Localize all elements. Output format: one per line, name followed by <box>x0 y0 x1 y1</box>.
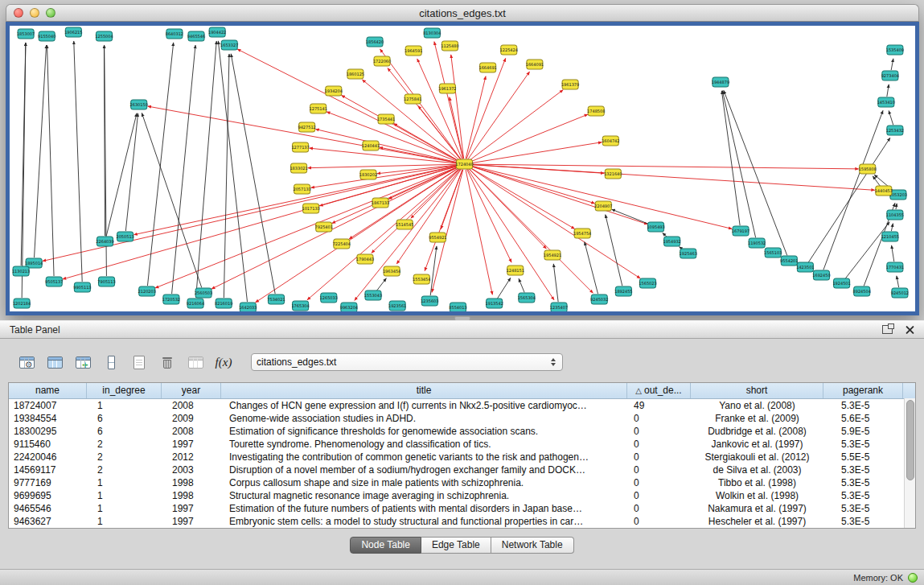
cell-name[interactable]: 9699695 <box>9 489 87 502</box>
network-node[interactable]: 2264039 <box>96 237 113 246</box>
network-edge[interactable] <box>891 224 893 232</box>
show-columns-button[interactable] <box>43 351 67 373</box>
network-edge[interactable] <box>172 45 195 294</box>
minimize-window-button[interactable] <box>30 8 39 18</box>
cell-short[interactable]: Tibbo et al. (1998) <box>691 476 823 489</box>
cell-out[interactable]: 0 <box>627 412 691 425</box>
scrollbar-thumb[interactable] <box>906 400 914 480</box>
network-node[interactable]: 1892455 <box>614 286 632 296</box>
network-edge[interactable] <box>470 166 732 229</box>
network-edge[interactable] <box>434 42 463 159</box>
tab-edge-table[interactable]: Edge Table <box>421 537 491 554</box>
network-node[interactable]: 9216064 <box>187 299 204 308</box>
network-edge[interactable] <box>470 167 575 229</box>
cell-title[interactable]: Changes of HCN gene expression and I(f) … <box>221 399 627 412</box>
cell-year[interactable]: 2012 <box>162 451 221 463</box>
cell-name[interactable]: 19384554 <box>9 412 87 425</box>
cell-name[interactable]: 14569117 <box>9 463 87 476</box>
cell-title[interactable]: Estimation of the future numbers of pati… <box>221 502 627 515</box>
new-table-button[interactable] <box>127 351 151 373</box>
cell-year[interactable]: 2009 <box>162 412 221 425</box>
network-edge[interactable] <box>873 176 880 187</box>
network-edge[interactable] <box>469 90 563 161</box>
network-edge[interactable] <box>231 54 275 294</box>
network-node[interactable]: 1954921 <box>544 250 561 260</box>
network-node[interactable]: 1923561 <box>388 301 406 311</box>
network-node[interactable]: 1961372 <box>438 84 456 93</box>
network-node[interactable]: 1248151 <box>507 266 524 275</box>
network-edge[interactable] <box>721 91 740 225</box>
network-edge[interactable] <box>891 59 893 70</box>
network-node[interactable]: 1553454 <box>413 274 430 284</box>
network-edge[interactable] <box>466 58 506 159</box>
network-node[interactable]: 1453410 <box>877 97 895 107</box>
table-row[interactable]: 911546021997Tourette syndrome. Phenomeno… <box>9 438 915 451</box>
network-node[interactable]: 1423501 <box>796 262 814 272</box>
network-node[interactable]: 1692450 <box>812 270 830 280</box>
network-edge[interactable] <box>897 276 899 287</box>
network-edge[interactable] <box>196 41 217 298</box>
network-node[interactable]: 1277137 <box>291 142 309 152</box>
network-edge[interactable] <box>35 45 47 257</box>
network-node[interactable]: 8924504 <box>853 286 871 296</box>
network-node[interactable]: 1104355 <box>886 210 904 220</box>
network-edge[interactable] <box>125 113 138 231</box>
create-column-button[interactable]: + <box>71 351 95 373</box>
network-node[interactable]: 1925463 <box>680 249 697 258</box>
column-header-title[interactable]: title <box>221 383 627 398</box>
network-canvas[interactable]: 1853007915504019062151255004864031294655… <box>10 26 915 311</box>
network-node[interactable]: 8216019 <box>215 299 232 308</box>
close-window-button[interactable] <box>14 8 23 18</box>
network-edge[interactable] <box>224 54 229 298</box>
network-node[interactable]: 2560503 <box>195 288 212 298</box>
network-node[interactable]: 8130304 <box>423 28 441 38</box>
network-node[interactable]: 2630150 <box>130 100 148 109</box>
cell-year[interactable]: 1997 <box>162 438 221 451</box>
cell-title[interactable]: Embryonic stem cells: a model to study s… <box>221 515 627 528</box>
column-header-year[interactable]: year <box>162 383 221 398</box>
cell-in_degree[interactable]: 6 <box>87 412 162 425</box>
float-panel-icon[interactable] <box>882 325 893 334</box>
network-node[interactable]: 9245032 <box>590 295 608 304</box>
cell-pagerank[interactable]: 5.3E-5 <box>823 515 903 528</box>
network-node[interactable]: 1321640 <box>604 169 622 179</box>
network-edge[interactable] <box>497 278 510 299</box>
network-edge[interactable] <box>468 72 530 159</box>
network-node[interactable]: 1210455 <box>881 232 899 241</box>
delete-column-button[interactable] <box>155 351 179 373</box>
network-node[interactable]: 1664691 <box>478 63 496 72</box>
network-node[interactable]: 1255004 <box>95 31 113 41</box>
network-node[interactable]: 9465546 <box>187 31 205 41</box>
table-row[interactable]: 969969511998Structural magnetic resonanc… <box>9 489 915 502</box>
cell-in_degree[interactable]: 2 <box>87 463 162 476</box>
network-edge[interactable] <box>889 111 893 126</box>
network-node[interactable]: 1595808 <box>859 164 877 174</box>
column-header-pagerank[interactable]: pagerank <box>823 383 903 398</box>
tab-network-table[interactable]: Network Table <box>491 537 574 554</box>
network-edge[interactable] <box>394 124 460 162</box>
table-row[interactable]: 1456911722003Disruption of a novel membe… <box>9 463 915 476</box>
network-node[interactable]: 7925401 <box>315 222 333 232</box>
network-edge[interactable] <box>396 169 461 264</box>
cell-pagerank[interactable]: 5.5E-5 <box>823 451 903 463</box>
cell-out[interactable]: 0 <box>627 489 691 502</box>
network-node[interactable]: 1961379 <box>561 80 579 89</box>
network-edge[interactable] <box>237 49 459 162</box>
cell-out[interactable]: 0 <box>627 451 691 463</box>
network-node[interactable]: 9505137 <box>45 277 63 286</box>
network-edge[interactable] <box>892 245 894 262</box>
network-node[interactable]: 2120203 <box>138 286 156 296</box>
column-header-name[interactable]: name <box>9 383 87 398</box>
cell-pagerank[interactable]: 5.3E-5 <box>823 489 903 502</box>
network-edge[interactable] <box>722 91 755 238</box>
vertical-scrollbar[interactable] <box>904 398 915 528</box>
network-node[interactable]: 1963454 <box>383 266 400 276</box>
network-edge[interactable] <box>553 264 558 302</box>
network-node[interactable]: 9245012 <box>891 288 909 298</box>
cell-name[interactable]: 9115460 <box>9 438 87 451</box>
cell-name[interactable]: 18300295 <box>9 425 87 438</box>
network-node[interactable]: 9963204 <box>340 303 358 311</box>
network-node[interactable]: 2050513 <box>116 232 133 241</box>
network-node[interactable]: 1565304 <box>518 293 536 303</box>
column-header-short[interactable]: short <box>691 383 823 398</box>
